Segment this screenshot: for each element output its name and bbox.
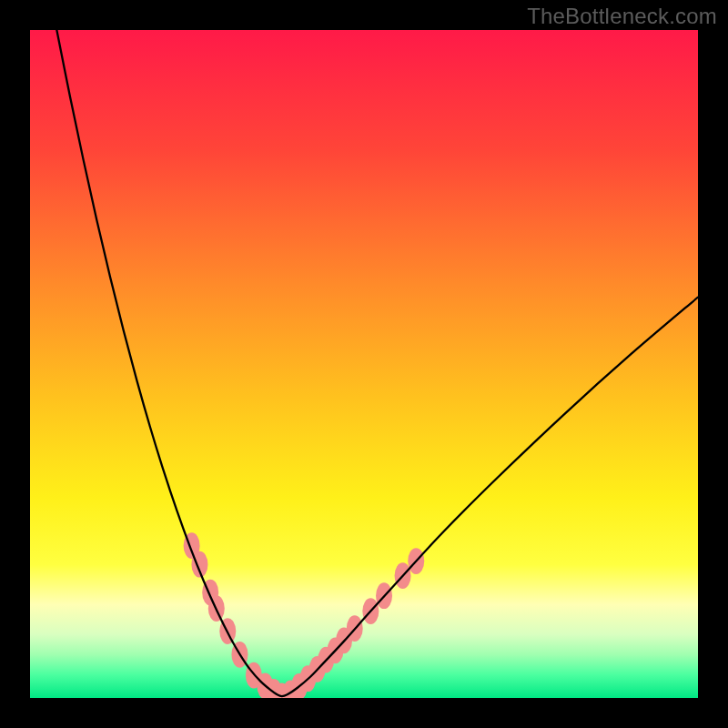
watermark-text: TheBottleneck.com [527,4,717,29]
chart-svg [30,30,698,698]
chart-frame: TheBottleneck.com [0,0,728,728]
plot-area [30,30,698,698]
gradient-background [30,30,698,698]
